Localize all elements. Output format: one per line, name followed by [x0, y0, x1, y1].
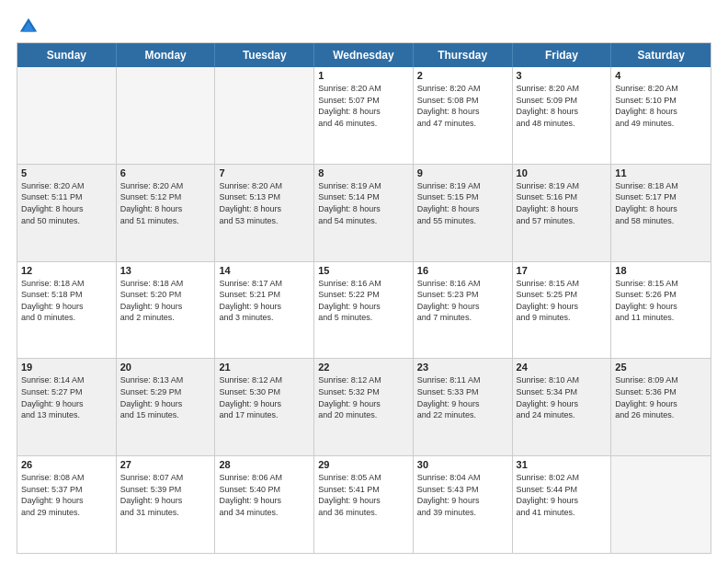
day-number: 4 — [615, 70, 707, 81]
day-number: 31 — [517, 459, 608, 470]
day-info: Sunrise: 8:18 AM Sunset: 5:18 PM Dayligh… — [21, 278, 112, 324]
calendar-day: 1Sunrise: 8:20 AM Sunset: 5:07 PM Daylig… — [314, 67, 414, 164]
day-number: 16 — [417, 265, 508, 276]
day-info: Sunrise: 8:20 AM Sunset: 5:07 PM Dayligh… — [318, 83, 409, 129]
day-info: Sunrise: 8:20 AM Sunset: 5:11 PM Dayligh… — [21, 180, 112, 226]
calendar-empty-cell — [117, 67, 216, 164]
calendar-day: 7Sunrise: 8:20 AM Sunset: 5:13 PM Daylig… — [215, 165, 314, 261]
calendar-day: 17Sunrise: 8:15 AM Sunset: 5:25 PM Dayli… — [513, 262, 612, 359]
day-info: Sunrise: 8:15 AM Sunset: 5:25 PM Dayligh… — [517, 278, 608, 324]
day-number: 1 — [318, 70, 409, 81]
day-number: 26 — [21, 459, 112, 470]
day-number: 24 — [517, 362, 608, 373]
day-number: 6 — [120, 167, 211, 178]
day-info: Sunrise: 8:13 AM Sunset: 5:29 PM Dayligh… — [120, 374, 211, 420]
day-info: Sunrise: 8:09 AM Sunset: 5:36 PM Dayligh… — [615, 374, 707, 420]
day-info: Sunrise: 8:19 AM Sunset: 5:14 PM Dayligh… — [318, 180, 409, 226]
day-number: 9 — [417, 167, 508, 178]
logo-icon — [18, 17, 39, 37]
day-info: Sunrise: 8:06 AM Sunset: 5:40 PM Dayligh… — [219, 472, 310, 518]
calendar: SundayMondayTuesdayWednesdayThursdayFrid… — [17, 42, 711, 554]
calendar-day: 18Sunrise: 8:15 AM Sunset: 5:26 PM Dayli… — [611, 262, 711, 359]
day-number: 23 — [417, 362, 508, 373]
calendar-week: 19Sunrise: 8:14 AM Sunset: 5:27 PM Dayli… — [17, 359, 711, 456]
day-info: Sunrise: 8:17 AM Sunset: 5:21 PM Dayligh… — [219, 278, 310, 324]
day-info: Sunrise: 8:11 AM Sunset: 5:33 PM Dayligh… — [417, 374, 508, 420]
calendar-day: 26Sunrise: 8:08 AM Sunset: 5:37 PM Dayli… — [17, 456, 117, 553]
calendar-day: 14Sunrise: 8:17 AM Sunset: 5:21 PM Dayli… — [215, 262, 314, 359]
calendar-day: 28Sunrise: 8:06 AM Sunset: 5:40 PM Dayli… — [215, 456, 314, 553]
day-number: 17 — [517, 265, 608, 276]
day-number: 8 — [318, 167, 409, 178]
calendar-day: 15Sunrise: 8:16 AM Sunset: 5:22 PM Dayli… — [314, 262, 414, 359]
calendar-day: 29Sunrise: 8:05 AM Sunset: 5:41 PM Dayli… — [314, 456, 414, 553]
calendar-empty-cell — [17, 67, 117, 164]
calendar-day: 27Sunrise: 8:07 AM Sunset: 5:39 PM Dayli… — [117, 456, 216, 553]
day-number: 22 — [318, 362, 409, 373]
day-info: Sunrise: 8:05 AM Sunset: 5:41 PM Dayligh… — [318, 472, 409, 518]
calendar-day: 23Sunrise: 8:11 AM Sunset: 5:33 PM Dayli… — [414, 359, 513, 455]
day-number: 30 — [417, 459, 508, 470]
day-number: 29 — [318, 459, 409, 470]
day-info: Sunrise: 8:14 AM Sunset: 5:27 PM Dayligh… — [21, 374, 112, 420]
calendar-day: 2Sunrise: 8:20 AM Sunset: 5:08 PM Daylig… — [414, 67, 513, 164]
day-info: Sunrise: 8:20 AM Sunset: 5:10 PM Dayligh… — [615, 83, 707, 129]
calendar-empty-cell — [215, 67, 314, 164]
calendar-week: 26Sunrise: 8:08 AM Sunset: 5:37 PM Dayli… — [17, 456, 711, 553]
calendar-day: 24Sunrise: 8:10 AM Sunset: 5:34 PM Dayli… — [513, 359, 612, 455]
logo — [17, 17, 39, 33]
calendar-day: 20Sunrise: 8:13 AM Sunset: 5:29 PM Dayli… — [117, 359, 216, 455]
calendar-day: 31Sunrise: 8:02 AM Sunset: 5:44 PM Dayli… — [513, 456, 612, 553]
calendar-week: 5Sunrise: 8:20 AM Sunset: 5:11 PM Daylig… — [17, 165, 711, 262]
day-info: Sunrise: 8:19 AM Sunset: 5:16 PM Dayligh… — [517, 180, 608, 226]
day-number: 7 — [219, 167, 310, 178]
day-number: 27 — [120, 459, 211, 470]
weekday-header: Monday — [117, 43, 216, 67]
day-number: 18 — [615, 265, 707, 276]
weekday-header: Sunday — [17, 43, 117, 67]
day-info: Sunrise: 8:04 AM Sunset: 5:43 PM Dayligh… — [417, 472, 508, 518]
day-number: 19 — [21, 362, 112, 373]
day-number: 11 — [615, 167, 707, 178]
day-info: Sunrise: 8:10 AM Sunset: 5:34 PM Dayligh… — [517, 374, 608, 420]
weekday-header: Friday — [513, 43, 612, 67]
calendar-day: 9Sunrise: 8:19 AM Sunset: 5:15 PM Daylig… — [414, 165, 513, 261]
calendar-day: 8Sunrise: 8:19 AM Sunset: 5:14 PM Daylig… — [314, 165, 414, 261]
calendar-day: 6Sunrise: 8:20 AM Sunset: 5:12 PM Daylig… — [117, 165, 216, 261]
day-info: Sunrise: 8:07 AM Sunset: 5:39 PM Dayligh… — [120, 472, 211, 518]
calendar-empty-cell — [611, 456, 711, 553]
page-header — [17, 17, 711, 33]
day-number: 14 — [219, 265, 310, 276]
weekday-header: Wednesday — [314, 43, 414, 67]
calendar-day: 30Sunrise: 8:04 AM Sunset: 5:43 PM Dayli… — [414, 456, 513, 553]
day-number: 2 — [417, 70, 508, 81]
day-info: Sunrise: 8:18 AM Sunset: 5:17 PM Dayligh… — [615, 180, 707, 226]
calendar-day: 4Sunrise: 8:20 AM Sunset: 5:10 PM Daylig… — [611, 67, 711, 164]
calendar-day: 13Sunrise: 8:18 AM Sunset: 5:20 PM Dayli… — [117, 262, 216, 359]
day-number: 10 — [517, 167, 608, 178]
calendar-day: 21Sunrise: 8:12 AM Sunset: 5:30 PM Dayli… — [215, 359, 314, 455]
weekday-header: Tuesday — [215, 43, 314, 67]
calendar-day: 10Sunrise: 8:19 AM Sunset: 5:16 PM Dayli… — [513, 165, 612, 261]
weekday-header: Thursday — [414, 43, 513, 67]
day-number: 20 — [120, 362, 211, 373]
day-info: Sunrise: 8:20 AM Sunset: 5:12 PM Dayligh… — [120, 180, 211, 226]
day-number: 5 — [21, 167, 112, 178]
calendar-body: 1Sunrise: 8:20 AM Sunset: 5:07 PM Daylig… — [17, 67, 711, 553]
calendar-week: 12Sunrise: 8:18 AM Sunset: 5:18 PM Dayli… — [17, 262, 711, 360]
day-info: Sunrise: 8:16 AM Sunset: 5:23 PM Dayligh… — [417, 278, 508, 324]
calendar-header: SundayMondayTuesdayWednesdayThursdayFrid… — [17, 43, 711, 67]
day-number: 3 — [517, 70, 608, 81]
calendar-day: 16Sunrise: 8:16 AM Sunset: 5:23 PM Dayli… — [414, 262, 513, 359]
day-number: 25 — [615, 362, 707, 373]
calendar-week: 1Sunrise: 8:20 AM Sunset: 5:07 PM Daylig… — [17, 67, 711, 165]
day-number: 28 — [219, 459, 310, 470]
calendar-day: 19Sunrise: 8:14 AM Sunset: 5:27 PM Dayli… — [17, 359, 117, 455]
day-info: Sunrise: 8:20 AM Sunset: 5:13 PM Dayligh… — [219, 180, 310, 226]
day-info: Sunrise: 8:19 AM Sunset: 5:15 PM Dayligh… — [417, 180, 508, 226]
calendar-day: 22Sunrise: 8:12 AM Sunset: 5:32 PM Dayli… — [314, 359, 414, 455]
day-number: 12 — [21, 265, 112, 276]
calendar-day: 11Sunrise: 8:18 AM Sunset: 5:17 PM Dayli… — [611, 165, 711, 261]
day-info: Sunrise: 8:18 AM Sunset: 5:20 PM Dayligh… — [120, 278, 211, 324]
day-info: Sunrise: 8:20 AM Sunset: 5:08 PM Dayligh… — [417, 83, 508, 129]
